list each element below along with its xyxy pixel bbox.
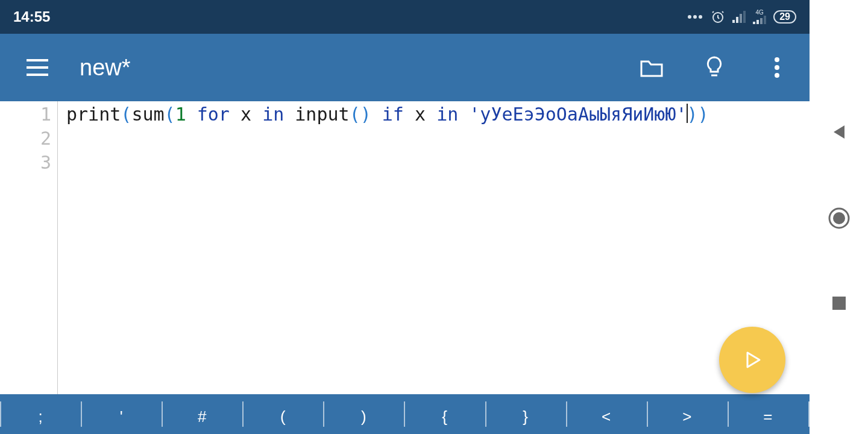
folder-button[interactable] bbox=[635, 51, 668, 84]
app-bar: new* bbox=[0, 34, 810, 101]
nav-back-button[interactable] bbox=[830, 123, 848, 141]
key-eq[interactable]: = bbox=[728, 394, 808, 434]
code-token bbox=[371, 104, 382, 125]
run-button[interactable] bbox=[719, 327, 785, 393]
svg-rect-4 bbox=[732, 20, 735, 23]
symbol-key-row: ; ' # ( ) { } < > = bbox=[0, 394, 810, 434]
status-right: 4G 29 bbox=[687, 10, 796, 24]
key-paren-close[interactable]: ) bbox=[323, 394, 404, 434]
key-semicolon[interactable]: ; bbox=[0, 394, 81, 434]
svg-rect-7 bbox=[743, 11, 746, 23]
svg-rect-12 bbox=[27, 59, 48, 61]
svg-rect-13 bbox=[27, 66, 48, 69]
svg-marker-20 bbox=[834, 125, 844, 139]
code-token bbox=[186, 104, 197, 125]
code-token: x bbox=[230, 104, 262, 125]
code-token: if bbox=[382, 104, 404, 125]
back-icon bbox=[830, 123, 848, 141]
code-token: ( bbox=[121, 104, 131, 125]
svg-rect-8 bbox=[753, 22, 755, 24]
code-token: ) bbox=[698, 104, 709, 125]
code-token: print bbox=[66, 104, 121, 125]
svg-rect-14 bbox=[27, 74, 48, 76]
svg-point-16 bbox=[775, 57, 779, 62]
svg-point-2 bbox=[699, 15, 702, 19]
code-token: ( bbox=[350, 104, 360, 125]
key-divider bbox=[808, 394, 810, 434]
svg-rect-11 bbox=[764, 16, 766, 24]
code-token: 1 bbox=[175, 104, 186, 125]
code-token: input bbox=[295, 104, 349, 125]
svg-rect-10 bbox=[760, 18, 763, 24]
bulb-button[interactable] bbox=[697, 51, 731, 84]
status-bar: 14:55 4G 29 bbox=[0, 0, 810, 34]
signal-icon bbox=[732, 11, 746, 23]
status-time: 14:55 bbox=[13, 8, 50, 25]
folder-icon bbox=[640, 58, 663, 77]
code-token: sum bbox=[131, 104, 164, 125]
key-gt[interactable]: > bbox=[647, 394, 728, 434]
code-area[interactable]: print(sum(1 for x in input() if x in 'уУ… bbox=[58, 101, 709, 394]
line-number: 3 bbox=[0, 151, 51, 175]
code-token: in bbox=[436, 104, 458, 125]
code-token: ) bbox=[360, 104, 371, 125]
svg-marker-19 bbox=[747, 353, 760, 367]
code-token: x bbox=[404, 104, 436, 125]
code-editor[interactable]: 1 2 3 print(sum(1 for x in input() if x … bbox=[0, 101, 810, 394]
line-number: 1 bbox=[0, 102, 51, 127]
svg-point-1 bbox=[693, 15, 697, 19]
svg-rect-5 bbox=[736, 17, 738, 23]
code-token: 'уУеЕэЭоОаАыЫяЯиИюЮ' bbox=[469, 104, 687, 125]
svg-point-0 bbox=[688, 15, 691, 19]
system-nav-bar bbox=[810, 0, 868, 434]
dots-vertical-icon bbox=[774, 57, 780, 78]
home-icon bbox=[828, 207, 851, 230]
alarm-icon bbox=[711, 10, 725, 24]
code-token: ) bbox=[687, 104, 698, 125]
key-brace-close[interactable]: } bbox=[485, 394, 566, 434]
svg-point-18 bbox=[775, 73, 779, 78]
code-token bbox=[284, 104, 295, 125]
line-gutter: 1 2 3 bbox=[0, 101, 58, 394]
key-brace-open[interactable]: { bbox=[404, 394, 485, 434]
code-token: for bbox=[197, 104, 230, 125]
square-icon bbox=[831, 295, 847, 311]
svg-rect-9 bbox=[756, 20, 759, 24]
file-title: new* bbox=[80, 55, 613, 81]
svg-rect-6 bbox=[740, 14, 742, 23]
network-label: 4G bbox=[756, 10, 764, 16]
play-icon bbox=[741, 349, 763, 371]
battery-indicator: 29 bbox=[773, 10, 796, 24]
hamburger-icon bbox=[27, 59, 48, 76]
nav-recent-button[interactable] bbox=[831, 295, 847, 311]
svg-point-17 bbox=[775, 65, 779, 70]
menu-button[interactable] bbox=[20, 51, 54, 84]
network-icon: 4G bbox=[753, 10, 766, 24]
svg-rect-23 bbox=[832, 297, 846, 310]
key-quote[interactable]: ' bbox=[81, 394, 162, 434]
line-number: 2 bbox=[0, 127, 51, 151]
code-token bbox=[458, 104, 469, 125]
overflow-button[interactable] bbox=[760, 51, 794, 84]
svg-point-22 bbox=[833, 212, 845, 224]
key-paren-open[interactable]: ( bbox=[242, 394, 323, 434]
more-icon bbox=[687, 14, 703, 20]
code-token: in bbox=[262, 104, 284, 125]
code-token: ( bbox=[165, 104, 175, 125]
key-lt[interactable]: < bbox=[566, 394, 647, 434]
bulb-icon bbox=[705, 56, 723, 79]
nav-home-button[interactable] bbox=[828, 207, 851, 230]
key-hash[interactable]: # bbox=[162, 394, 242, 434]
